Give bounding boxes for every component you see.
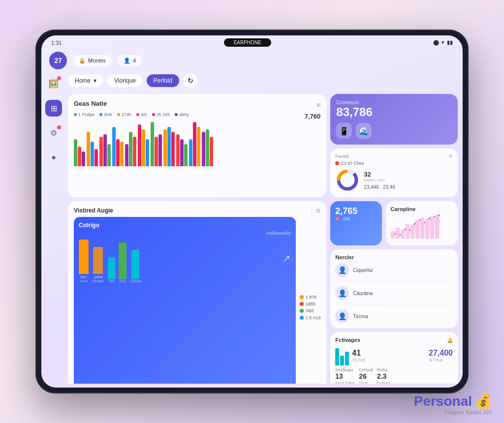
finance-row2-2: Cerlual 26 Trust	[359, 367, 373, 384]
bar	[103, 134, 107, 166]
svg-rect-6	[401, 230, 405, 239]
bar-group	[176, 134, 188, 166]
bar	[193, 122, 196, 166]
bar	[155, 137, 158, 166]
bar-group	[189, 122, 200, 166]
trend-arrow: ↗	[283, 252, 291, 264]
legend-right-3: 7i65	[300, 308, 321, 313]
user-item-1[interactable]: 👤 Ciquerlur	[335, 263, 453, 277]
user-name-2: Cauntina	[353, 291, 373, 296]
bar-group	[163, 127, 175, 166]
user-divider-1	[335, 281, 453, 282]
svg-rect-8	[410, 225, 414, 239]
bar-group	[125, 132, 136, 166]
user-item-3[interactable]: 👤 Tircma	[335, 309, 453, 323]
bar	[120, 142, 124, 166]
image-icon: 🖼️	[49, 79, 59, 89]
blue-chart-title: Colrigo	[79, 222, 291, 229]
finance-value1: 41	[352, 349, 365, 358]
filter-perfold-select[interactable]: Perfold	[147, 74, 179, 87]
bar	[107, 144, 111, 166]
bar-chart	[74, 122, 320, 166]
notch: EARPHONE	[224, 38, 271, 47]
donut-row: 32 EARPLANS 23,446 23.46	[335, 168, 453, 192]
metric-icon-btn-1[interactable]: 📱	[336, 123, 352, 139]
bar	[91, 142, 94, 166]
bar	[171, 132, 175, 166]
filter-viorique-input[interactable]: Viorique	[107, 74, 143, 87]
line-chart-title: Caropline	[391, 206, 453, 212]
bar-label-657: 657	[80, 275, 87, 279]
settings-icon: ⚙	[50, 128, 57, 138]
upload-icon[interactable]: ↑	[311, 208, 314, 214]
sidebar-item-settings[interactable]: ⚙	[45, 124, 62, 141]
bar-group	[151, 122, 162, 166]
metric-purple-label: Crominum	[336, 100, 452, 105]
user-divider-2	[335, 304, 453, 305]
tablet-frame: 1:31 EARPHONE ⬤ ▾ ▮▮ 27 🔒 Montes 👤 4	[35, 30, 469, 393]
chevron-down-icon: ▾	[94, 77, 96, 84]
user-avatar-2: 👤	[335, 286, 349, 300]
finance-bar-1	[335, 348, 339, 365]
sidebar-badge2	[57, 125, 61, 129]
sidebar-item-image[interactable]: 🖼️	[45, 75, 62, 92]
metric-blue-sub: 200	[343, 216, 350, 221]
refresh-icon: ↻	[188, 77, 193, 85]
chart-legend-right: 1 876 1885 7i65	[300, 217, 321, 384]
donut-main-value: 32	[364, 171, 395, 178]
donut-card: Panel5 ⚙ C3.97 Ches	[330, 149, 458, 197]
legend-right-4: 1.5 A19	[300, 315, 321, 320]
svg-rect-4	[391, 231, 395, 239]
bar	[74, 139, 77, 166]
nav-btn-users[interactable]: 👤 4	[118, 55, 142, 66]
svg-rect-7	[406, 224, 410, 239]
bar	[99, 137, 103, 166]
user-list-card: Nercler 👤 Ciquerlur 👤 Cauntina	[330, 249, 458, 328]
blue-chart-section: Colrigo Inellwaraibly 657 Frcio	[74, 217, 296, 384]
legend-right-2: 1885	[300, 302, 321, 306]
bar	[206, 129, 209, 166]
nav-btn-montes[interactable]: 🔒 Montes	[73, 55, 112, 66]
bar	[138, 124, 141, 166]
filter-home-dropdown[interactable]: Home ▾	[68, 74, 103, 87]
line-chart-card: Caropline	[386, 201, 458, 245]
finance-row2: Inrelkaps 13 Fuca Fwrtu	[335, 367, 355, 384]
wifi-icon: ▾	[441, 39, 444, 46]
svg-rect-10	[420, 218, 424, 239]
brand-sub: Finance Basics 101	[414, 409, 492, 415]
metric-icon-btn-2[interactable]: 🌊	[356, 123, 372, 139]
bar	[158, 134, 162, 166]
refresh-button[interactable]: ↻	[183, 73, 198, 88]
sidebar-item-active[interactable]: ⊞	[45, 100, 62, 117]
nav-bar: 27 🔒 Montes 👤 4	[41, 50, 463, 71]
user-name-3: Tircma	[353, 314, 368, 319]
user-avatar-1: 👤	[335, 263, 349, 277]
bar	[180, 139, 184, 166]
finance-label1: S57od	[352, 358, 365, 363]
user-list-title: Nercler	[335, 254, 453, 260]
user-item-2[interactable]: 👤 Cauntina	[335, 286, 453, 300]
bar	[94, 149, 98, 166]
bar-group	[138, 124, 149, 166]
metric-purple-card: Crominum 83,786 📱 🌊	[330, 94, 458, 145]
metric-purple-value: 83,786	[336, 105, 452, 119]
status-icons: ⬤ ▾ ▮▮	[433, 39, 453, 46]
sidebar-item-user[interactable]: ●	[45, 149, 62, 166]
dashboard-grid: Geas Natie ⊞ 1 Fndpe	[68, 94, 458, 384]
bar	[184, 144, 188, 166]
nav-avatar[interactable]: 27	[49, 52, 67, 69]
nav-btn-montes-label: Montes	[88, 58, 106, 63]
bar	[116, 139, 120, 166]
finance-label2: ⊕ Insel	[429, 358, 453, 363]
legend-item-6: 4krty	[175, 112, 189, 117]
bar	[167, 127, 171, 166]
donut-settings-icon[interactable]: ⚙	[448, 153, 453, 159]
finance-settings-icon[interactable]: 🔔	[447, 337, 453, 343]
bar-group	[74, 139, 85, 166]
metric-icon-row: 📱 🌊	[336, 123, 452, 139]
grid-icon[interactable]: ⊞	[316, 208, 320, 214]
filter-viorique-label: Viorique	[114, 77, 136, 84]
finance-row-1: 41 S57od 27,400 ⊕ Insel	[335, 346, 453, 365]
chart-settings-icon[interactable]: ⊞	[316, 102, 320, 108]
finance-title: Fctivages	[335, 337, 360, 343]
